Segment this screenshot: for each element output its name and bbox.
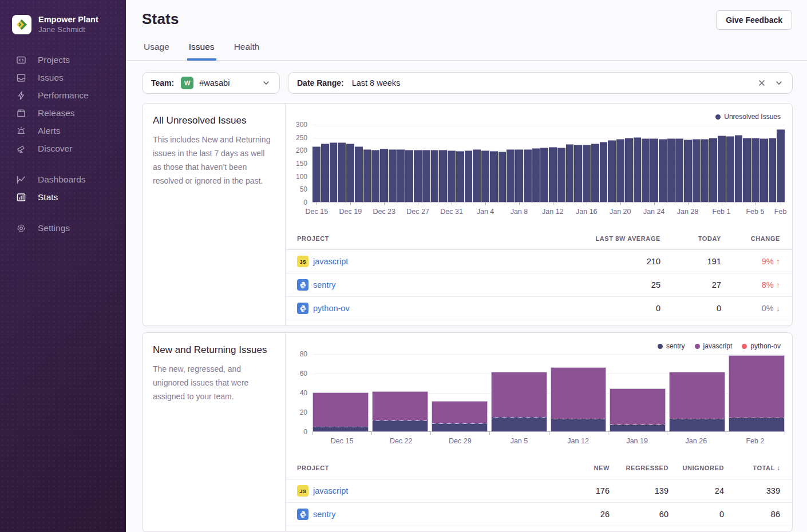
x-tick (722, 203, 722, 205)
unresolved-issues-chart: 050100150200250300 (286, 125, 785, 203)
chart-x-axis: Dec 15Dec 19Dec 23Dec 27Dec 31Jan 4Jan 8… (312, 203, 785, 220)
unresolved-bar (515, 149, 523, 202)
project-cell: sentry (297, 279, 540, 291)
settings-icon (15, 223, 26, 233)
stats-icon (15, 192, 26, 203)
org-switcher[interactable]: Empower Plant Jane Schmidt (0, 0, 126, 34)
column-header-today: TODAY (660, 235, 721, 242)
sidebar-item-dashboards[interactable]: Dashboards (0, 170, 126, 188)
panel-title: New and Returning Issues (153, 344, 275, 356)
x-tick-label: Jan 12 (542, 208, 564, 216)
bar-segment-javascript (551, 367, 607, 419)
filter-bar: Team: W #wasabi Date Range: Last 8 weeks (142, 72, 793, 94)
sidebar-nav: ProjectsIssuesPerformanceReleasesAlertsD… (0, 51, 126, 250)
project-link-javascript[interactable]: javascript (313, 257, 348, 266)
sidebar-item-discover[interactable]: Discover (0, 140, 126, 157)
date-range-select[interactable]: Date Range: Last 8 weeks (288, 72, 793, 94)
sidebar-item-settings[interactable]: Settings (0, 219, 126, 237)
chevron-down-icon[interactable] (774, 78, 784, 88)
x-tick-label: Jan 19 (626, 437, 648, 445)
close-icon[interactable] (757, 78, 766, 88)
x-tick-label: Jan 26 (686, 437, 707, 445)
x-tick (667, 432, 667, 435)
panel-description: All Unresolved Issues This includes New … (143, 104, 286, 325)
unresolved-bar (481, 150, 489, 202)
tab-health[interactable]: Health (232, 42, 262, 61)
table-header-row: PROJECTLAST 8W AVERAGETODAYCHANGE (286, 227, 792, 250)
column-header-total[interactable]: TOTAL↓ (724, 464, 780, 472)
sidebar-item-label: Dashboards (38, 174, 86, 185)
bar-segment-sentry (669, 419, 725, 431)
legend-dot-icon (695, 344, 700, 349)
x-tick-label: Dec 31 (440, 208, 463, 216)
unresolved-bar (312, 146, 321, 202)
x-tick-label: Jan 28 (677, 208, 699, 216)
x-tick (553, 203, 553, 205)
team-label: Team: (151, 78, 174, 88)
x-tick (785, 432, 785, 435)
y-tick-label: 40 (300, 389, 307, 397)
legend-dot-icon (715, 114, 721, 120)
tab-issues[interactable]: Issues (187, 42, 216, 61)
panel-title: All Unresolved Issues (153, 115, 275, 126)
x-tick-label: Dec 22 (390, 437, 413, 445)
sidebar-item-performance[interactable]: Performance (0, 86, 126, 104)
give-feedback-button[interactable]: Give Feedback (716, 10, 792, 30)
unresolved-bar (473, 149, 481, 202)
value-cell: 191 (660, 257, 721, 266)
team-select[interactable]: Team: W #wasabi (142, 72, 280, 94)
x-tick (317, 203, 317, 205)
x-tick-label: Dec 15 (331, 437, 354, 445)
project-link-sentry[interactable]: sentry (313, 510, 336, 519)
x-tick-label: Dec 19 (339, 208, 362, 216)
sidebar-item-alerts[interactable]: Alerts (0, 122, 126, 140)
unresolved-bar (650, 138, 658, 202)
legend-label: sentry (666, 342, 685, 350)
y-tick-label: 250 (296, 134, 307, 142)
x-tick (489, 432, 490, 435)
bar-segment-javascript (610, 388, 666, 424)
sidebar-item-issues[interactable]: Issues (0, 69, 126, 86)
unresolved-bar (743, 138, 751, 202)
unresolved-bar (608, 140, 616, 202)
unresolved-bar (540, 148, 548, 202)
x-tick-label: Jan 24 (643, 208, 665, 216)
sidebar-item-projects[interactable]: Projects (0, 51, 126, 69)
tab-usage[interactable]: Usage (142, 42, 171, 61)
chart-y-axis: 050100150200250300 (286, 125, 312, 203)
content-area: Team: W #wasabi Date Range: Last 8 weeks (126, 61, 807, 532)
y-tick-label: 20 (300, 408, 307, 416)
bar-segment-javascript (729, 355, 785, 418)
project-link-python-ov[interactable]: python-ov (313, 304, 350, 313)
x-tick-label: Jan 4 (477, 208, 495, 216)
project-link-sentry[interactable]: sentry (313, 280, 336, 289)
sidebar-item-releases[interactable]: Releases (0, 104, 126, 122)
table-row-sentry: sentry25278% ↑ (286, 273, 792, 297)
project-link-javascript[interactable]: javascript (313, 486, 348, 495)
column-header-unignored: UNIGNORED (668, 464, 724, 471)
unresolved-bar (549, 147, 557, 202)
bar-segment-javascript (312, 392, 369, 427)
x-tick (781, 203, 781, 205)
tab-bar: Usage Issues Health (142, 42, 792, 60)
x-tick-label: Jan 5 (511, 437, 528, 445)
table-row-javascript: JSjavascript17613924339 (286, 479, 792, 503)
legend-item-python-ov[interactable]: python-ov (742, 342, 781, 350)
bar-segment-sentry (610, 424, 666, 431)
chevron-down-icon[interactable] (262, 78, 271, 88)
legend-label: Unresolved Issues (724, 113, 781, 121)
unresolved-bar (659, 139, 667, 202)
legend-item-unresolved-issues[interactable]: Unresolved Issues (715, 113, 781, 121)
unresolved-bar (524, 149, 532, 202)
y-tick-label: 200 (296, 146, 307, 154)
project-cell: sentry (297, 509, 552, 520)
legend-item-sentry[interactable]: sentry (658, 342, 685, 350)
releases-icon (15, 108, 26, 118)
x-tick-label: Feb 2 (746, 437, 764, 445)
sidebar-item-stats[interactable]: Stats (0, 188, 126, 206)
x-tick (549, 432, 549, 435)
legend-item-javascript[interactable]: javascript (695, 342, 733, 350)
bar-segment-javascript (491, 372, 547, 416)
unresolved-bar (760, 138, 768, 202)
sidebar-item-label: Alerts (38, 126, 61, 136)
